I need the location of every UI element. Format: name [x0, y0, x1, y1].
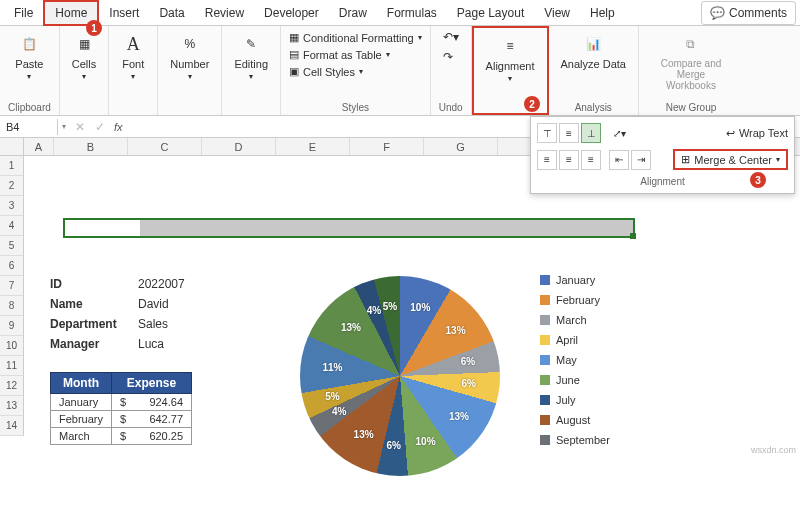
legend-swatch	[540, 415, 550, 425]
pie-slice-label: 6%	[462, 378, 476, 389]
chevron-down-icon: ▾	[131, 72, 135, 81]
pie-chart[interactable]: 10%13%6%6%13%10%6%13%4%5%11%13%4%5%	[280, 266, 540, 496]
row-12[interactable]: 12	[0, 376, 24, 396]
menu-developer[interactable]: Developer	[254, 2, 329, 24]
legend-swatch	[540, 435, 550, 445]
cancel-icon[interactable]: ✕	[70, 120, 90, 134]
row-5[interactable]: 5	[0, 236, 24, 256]
legend-label: January	[556, 274, 595, 286]
pie-slice-label: 13%	[446, 325, 466, 336]
callout-1: 1	[86, 20, 102, 36]
align-icon: ≡	[498, 34, 522, 58]
pie-slice-label: 13%	[341, 322, 361, 333]
legend-label: August	[556, 414, 590, 426]
col-A[interactable]: A	[24, 138, 54, 155]
legend-swatch	[540, 375, 550, 385]
format-as-table-button[interactable]: ▤Format as Table▾	[289, 47, 422, 62]
group-undo: ↶▾ ↷ Undo	[431, 26, 472, 115]
col-E[interactable]: E	[276, 138, 350, 155]
wrap-text-button[interactable]: ↩Wrap Text	[726, 127, 788, 140]
col-B[interactable]: B	[54, 138, 128, 155]
name-value: David	[138, 297, 218, 311]
paste-button[interactable]: 📋 Paste ▾	[11, 30, 47, 83]
align-left-button[interactable]: ≡	[537, 150, 557, 170]
col-D[interactable]: D	[202, 138, 276, 155]
conditional-formatting-button[interactable]: ▦Conditional Formatting▾	[289, 30, 422, 45]
menu-draw[interactable]: Draw	[329, 2, 377, 24]
mgr-value: Luca	[138, 337, 218, 351]
fx-icon[interactable]: fx	[110, 121, 127, 133]
group-styles: ▦Conditional Formatting▾ ▤Format as Tabl…	[281, 26, 431, 115]
percent-icon: %	[178, 32, 202, 56]
row-3[interactable]: 3	[0, 196, 24, 216]
wrap-icon: ↩	[726, 127, 735, 140]
cell-styles-button[interactable]: ▣Cell Styles▾	[289, 64, 422, 79]
legend-item: September	[540, 430, 610, 450]
align-top-button[interactable]: ⊤	[537, 123, 557, 143]
namebox-dropdown-icon[interactable]: ▾	[58, 122, 70, 131]
mgr-label: Manager	[50, 337, 138, 351]
worksheet[interactable]: A B C D E F G H I J 1 2 3 4 5 6 7 8 9 10…	[0, 138, 800, 517]
id-label: ID	[50, 277, 138, 291]
name-box[interactable]: B4	[0, 119, 58, 135]
row-11[interactable]: 11	[0, 356, 24, 376]
alignment-button[interactable]: ≡ Alignment ▾	[482, 32, 539, 85]
menu-help[interactable]: Help	[580, 2, 625, 24]
row-10[interactable]: 10	[0, 336, 24, 356]
align-bottom-button[interactable]: ⊥	[581, 123, 601, 143]
redo-button[interactable]: ↷	[443, 50, 453, 64]
align-center-button[interactable]: ≡	[559, 150, 579, 170]
align-middle-button[interactable]: ≡	[559, 123, 579, 143]
group-cells: ▦ Cells ▾	[60, 26, 109, 115]
row-4[interactable]: 4	[0, 216, 24, 236]
orientation-button[interactable]: ⤢▾	[609, 123, 629, 143]
selected-merged-range[interactable]	[63, 218, 635, 238]
cond-fmt-icon: ▦	[289, 31, 299, 44]
number-button[interactable]: % Number ▾	[166, 30, 213, 83]
menu-file[interactable]: File	[4, 2, 43, 24]
legend-label: April	[556, 334, 578, 346]
row-headers: 1 2 3 4 5 6 7 8 9 10 11 12 13 14	[0, 156, 24, 436]
row-2[interactable]: 2	[0, 176, 24, 196]
row-9[interactable]: 9	[0, 316, 24, 336]
enter-icon[interactable]: ✓	[90, 120, 110, 134]
menu-data[interactable]: Data	[149, 2, 194, 24]
select-all-corner[interactable]	[0, 138, 24, 155]
legend-item: August	[540, 410, 610, 430]
row-6[interactable]: 6	[0, 256, 24, 276]
pie-slice-label: 10%	[410, 302, 430, 313]
editing-button[interactable]: ✎ Editing ▾	[230, 30, 272, 83]
row-13[interactable]: 13	[0, 396, 24, 416]
compare-merge-button[interactable]: ⧉ Compare and Merge Workbooks	[647, 30, 735, 93]
increase-indent-button[interactable]: ⇥	[631, 150, 651, 170]
col-G[interactable]: G	[424, 138, 498, 155]
menu-formulas[interactable]: Formulas	[377, 2, 447, 24]
legend-label: September	[556, 434, 610, 446]
analyze-data-button[interactable]: 📊 Analyze Data	[557, 30, 630, 72]
table-row: January924.64	[51, 394, 192, 411]
undo-button[interactable]: ↶▾	[443, 30, 459, 44]
row-14[interactable]: 14	[0, 416, 24, 436]
menu-page-layout[interactable]: Page Layout	[447, 2, 534, 24]
legend-label: June	[556, 374, 580, 386]
menu-insert[interactable]: Insert	[99, 2, 149, 24]
align-right-button[interactable]: ≡	[581, 150, 601, 170]
row-1[interactable]: 1	[0, 156, 24, 176]
merge-center-button[interactable]: ⊞ Merge & Center ▾	[673, 149, 788, 170]
legend-swatch	[540, 395, 550, 405]
legend-item: January	[540, 270, 610, 290]
pie-slice-label: 6%	[386, 440, 400, 451]
chevron-down-icon: ▾	[27, 72, 31, 81]
row-7[interactable]: 7	[0, 276, 24, 296]
col-F[interactable]: F	[350, 138, 424, 155]
chevron-down-icon: ▾	[508, 74, 512, 83]
font-button[interactable]: A Font ▾	[117, 30, 149, 83]
decrease-indent-button[interactable]: ⇤	[609, 150, 629, 170]
cells-button[interactable]: ▦ Cells ▾	[68, 30, 100, 83]
row-8[interactable]: 8	[0, 296, 24, 316]
menu-review[interactable]: Review	[195, 2, 254, 24]
comments-button[interactable]: 💬 Comments	[701, 1, 796, 25]
chevron-down-icon: ▾	[82, 72, 86, 81]
col-C[interactable]: C	[128, 138, 202, 155]
menu-view[interactable]: View	[534, 2, 580, 24]
